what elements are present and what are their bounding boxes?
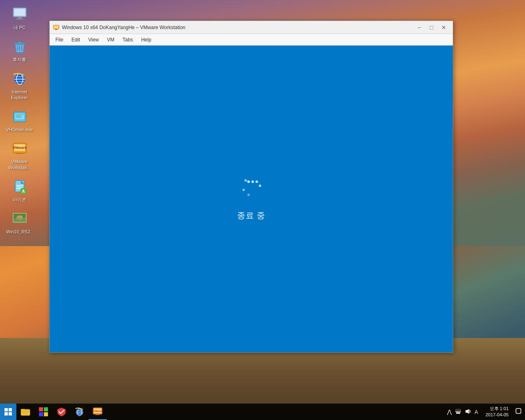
start-button[interactable]	[0, 404, 16, 420]
win10-icon	[11, 210, 28, 227]
svg-line-7	[17, 46, 18, 51]
svg-rect-56	[96, 414, 100, 415]
desktop-icon-recycle-bin[interactable]: 휴지통	[4, 36, 35, 64]
my-pc-icon	[11, 6, 28, 23]
desktop-icons: 내 PC 휴지통	[4, 4, 35, 242]
desktop-icon-icon-file[interactable]: A 아이콘	[4, 176, 35, 204]
svg-rect-45	[44, 407, 48, 411]
svg-text:VMware: VMware	[94, 410, 102, 412]
icon-file-label: 아이콘	[13, 197, 26, 203]
svg-text:VMware: VMware	[12, 146, 26, 150]
minimize-button[interactable]: −	[413, 23, 425, 32]
svg-rect-17	[16, 114, 23, 115]
svg-rect-37	[5, 408, 8, 411]
spinner-dot-4	[259, 185, 261, 187]
vmware-titlebar: Windows 10 x64 DoKangYangHe – VMware Wor…	[50, 21, 453, 34]
svg-line-9	[22, 46, 22, 51]
taskbar-item-ie[interactable]	[71, 404, 89, 420]
spinner-dot-1	[247, 180, 250, 183]
menu-view[interactable]: View	[84, 35, 103, 44]
my-pc-label: 내 PC	[14, 25, 25, 30]
svg-marker-59	[466, 409, 469, 414]
taskbar-items: VMware	[16, 404, 443, 420]
svg-rect-1	[14, 9, 25, 16]
taskbar-item-file-explorer[interactable]	[16, 404, 34, 420]
ie-taskbar-icon	[75, 407, 84, 417]
svg-rect-44	[39, 407, 43, 411]
menu-edit[interactable]: Edit	[67, 35, 84, 44]
desktop-icon-vmware[interactable]: VMware VMware Workstati...	[4, 138, 35, 172]
menu-file[interactable]: File	[51, 35, 67, 44]
vmware-taskbar-icon: VMware	[93, 406, 103, 416]
vhdman-icon	[11, 108, 28, 125]
vm-content[interactable]: 종료 중	[50, 46, 453, 352]
spinner-dot-3	[256, 180, 258, 183]
spinner-dot-7	[247, 194, 250, 196]
svg-rect-47	[44, 412, 48, 416]
ie-desktop-label: Internet Explorer	[6, 89, 33, 101]
svg-rect-36	[55, 29, 57, 30]
vmware-desktop-label: VMware Workstati...	[6, 159, 33, 171]
svg-rect-43	[22, 413, 27, 413]
security-taskbar-icon	[57, 407, 66, 417]
taskbar-item-vmware[interactable]: VMware	[89, 404, 107, 420]
desktop-icon-win10[interactable]: Win10_RS2...	[4, 208, 35, 242]
vmware-menubar: File Edit View VM Tabs Help	[50, 34, 453, 46]
svg-rect-2	[18, 17, 22, 18]
vmware-window: Windows 10 x64 DoKangYangHe – VMware Wor…	[49, 21, 453, 353]
shutdown-container: 종료 중	[237, 177, 266, 221]
svg-rect-39	[5, 412, 8, 415]
svg-rect-35	[54, 25, 59, 29]
vmware-window-icon	[53, 24, 59, 31]
vhdman-label: VHDman.exe	[6, 127, 33, 132]
shutdown-text: 종료 중	[237, 210, 266, 221]
systray-language[interactable]: A	[474, 408, 479, 416]
menu-tabs[interactable]: Tabs	[119, 35, 137, 44]
ie-desktop-icon	[11, 70, 28, 87]
notification-button[interactable]	[512, 408, 525, 416]
taskbar: VMware ⋀	[0, 404, 525, 420]
menu-help[interactable]: Help	[137, 35, 155, 44]
taskbar-systray: ⋀ A	[443, 404, 482, 420]
svg-rect-6	[18, 42, 22, 43]
recycle-bin-label: 휴지통	[13, 57, 26, 62]
desktop-icon-vhdman[interactable]: VHDman.exe	[4, 106, 35, 134]
svg-rect-42	[22, 411, 29, 412]
windows-store-taskbar-icon	[39, 407, 48, 417]
clock-date: 2017-04-05	[486, 412, 509, 418]
svg-rect-18	[16, 116, 21, 116]
spinner-dot-2	[251, 180, 254, 183]
svg-rect-57	[456, 412, 460, 414]
taskbar-item-security[interactable]	[52, 404, 71, 420]
vmware-window-title: Windows 10 x64 DoKangYangHe – VMware Wor…	[62, 25, 411, 30]
svg-rect-38	[9, 408, 12, 411]
file-explorer-taskbar-icon	[21, 407, 30, 417]
svg-rect-40	[9, 412, 12, 415]
window-controls: − □ ✕	[413, 23, 450, 32]
systray-volume[interactable]	[464, 407, 472, 417]
menu-vm[interactable]: VM	[103, 35, 119, 44]
desktop-icon-internet-explorer[interactable]: Internet Explorer	[4, 68, 35, 103]
recycle-bin-icon	[11, 38, 28, 55]
icon-file-icon: A	[11, 178, 28, 195]
shutdown-spinner	[239, 177, 264, 202]
win10-label: Win10_RS2...	[6, 229, 33, 241]
maximize-button[interactable]: □	[426, 23, 437, 32]
desktop-icon-my-pc[interactable]: 내 PC	[4, 4, 35, 32]
spinner-dot-6	[242, 189, 245, 191]
taskbar-item-windows-store[interactable]	[34, 404, 52, 420]
svg-rect-23	[16, 153, 23, 154]
vmware-desktop-icon: VMware	[11, 140, 28, 157]
svg-rect-3	[16, 18, 23, 20]
taskbar-clock[interactable]: 오후 1:01 2017-04-05	[482, 406, 512, 418]
systray-chevron[interactable]: ⋀	[446, 408, 452, 416]
svg-rect-58	[455, 411, 461, 412]
svg-text:A: A	[22, 189, 25, 194]
svg-rect-60	[516, 409, 521, 413]
systray-network[interactable]	[454, 407, 462, 417]
svg-rect-19	[16, 117, 22, 118]
close-button[interactable]: ✕	[438, 23, 450, 32]
svg-rect-46	[39, 412, 43, 416]
desktop: 내 PC 휴지통	[0, 0, 525, 420]
spinner-dot-5	[244, 179, 247, 182]
